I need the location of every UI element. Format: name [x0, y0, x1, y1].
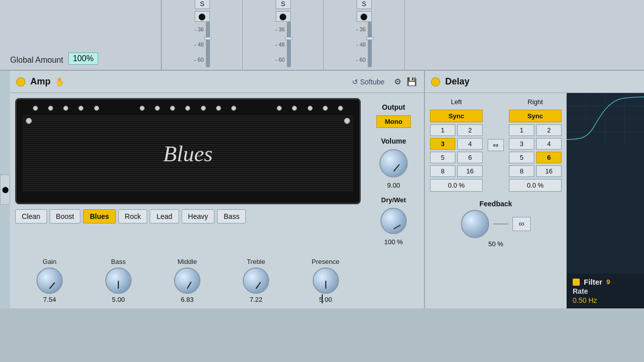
feedback-knob[interactable] — [461, 210, 489, 238]
right-beat-1[interactable]: 1 — [509, 124, 534, 136]
chan-btn-boost[interactable]: Boost — [50, 209, 81, 223]
amp-dot-7 — [155, 106, 160, 111]
left-beats-row-1: 1 2 — [430, 124, 483, 136]
amp-dot-5 — [94, 106, 99, 111]
channel-buttons: Clean Boost Blues Rock Lead Heavy Bass — [15, 209, 361, 223]
right-beat-4[interactable]: 4 — [536, 138, 562, 150]
delay-right-col: Right Sync 1 2 3 4 5 6 — [509, 98, 562, 192]
gain-knob-group: Gain 7.54 — [36, 258, 63, 303]
left-percent-display: 0.0 % — [430, 179, 483, 192]
right-percent-display: 0.0 % — [509, 179, 562, 192]
drywet-knob[interactable] — [380, 208, 407, 234]
feedback-label: Feedback — [480, 200, 512, 208]
channel-1-db-labels: - 36 - 48 - 60 — [194, 22, 204, 67]
right-beat-5[interactable]: 5 — [509, 152, 534, 163]
right-beat-8[interactable]: 8 — [509, 165, 534, 177]
amp-logo: Blues — [163, 141, 213, 167]
right-beats-row-1: 1 2 — [509, 124, 562, 136]
global-amount-value[interactable]: 100% — [68, 53, 98, 65]
hand-icon: ✋ — [55, 77, 65, 86]
channel-3-s-btn[interactable]: S — [357, 0, 372, 9]
chan-btn-blues[interactable]: Blues — [83, 209, 115, 223]
channel-1-fader-track[interactable] — [206, 22, 210, 67]
link-button[interactable]: ⇔ — [488, 139, 504, 151]
amp-dot-16 — [323, 106, 328, 111]
output-label: Output — [382, 103, 405, 111]
infinity-button[interactable]: ∞ — [512, 217, 531, 231]
right-beat-16[interactable]: 16 — [536, 165, 562, 177]
left-beat-1[interactable]: 1 — [430, 124, 455, 136]
channel-3-fader-area: - 36 - 48 - 60 — [354, 22, 374, 67]
gain-value: 7.54 — [43, 296, 56, 303]
left-beat-2[interactable]: 2 — [457, 124, 483, 136]
amp-dot-17 — [338, 106, 343, 111]
filter-info: Filter 9 Rate 0.50 Hz — [567, 274, 644, 308]
amp-plugin: Amp ✋ ↺ Softube ⚙ 💾 — [10, 71, 425, 308]
gain-knob[interactable] — [36, 267, 63, 294]
chan-btn-bass[interactable]: Bass — [217, 209, 246, 223]
delay-left-col: Left Sync 1 2 3 4 5 6 — [430, 98, 483, 192]
treble-knob[interactable] — [243, 267, 269, 294]
left-beat-5[interactable]: 5 — [430, 152, 455, 163]
rate-value-row: 0.50 Hz — [573, 296, 638, 304]
left-sync-btn[interactable]: Sync — [430, 110, 483, 122]
filter-led[interactable] — [573, 279, 580, 286]
treble-label: Treble — [247, 258, 265, 265]
right-beat-2[interactable]: 2 — [536, 124, 562, 136]
delay-plugin-title: Delay — [445, 76, 469, 87]
feedback-row: ∞ — [461, 210, 531, 238]
middle-value: 6.83 — [181, 296, 193, 303]
mono-button[interactable]: Mono — [376, 115, 411, 128]
treble-value: 7.22 — [249, 296, 262, 303]
channel-1-mute-btn[interactable]: ⬤ — [195, 11, 210, 22]
channel-2-mute-btn[interactable]: ⬤ — [276, 11, 291, 22]
amp-dot-4 — [78, 106, 83, 111]
channel-1-fader-area: - 36 - 48 - 60 — [192, 22, 212, 67]
right-sync-btn[interactable]: Sync — [509, 110, 562, 122]
channel-2-fader-track[interactable] — [287, 22, 291, 67]
amp-dot-9 — [185, 106, 190, 111]
amp-power-led[interactable] — [16, 77, 25, 86]
feedback-value: 50 % — [488, 240, 503, 248]
chan-btn-lead[interactable]: Lead — [150, 209, 179, 223]
rate-label: Rate — [573, 287, 588, 295]
bass-knob[interactable] — [105, 267, 132, 294]
middle-knob[interactable] — [174, 267, 200, 294]
chan-btn-heavy[interactable]: Heavy — [182, 209, 215, 223]
global-amount-label: Global Amount — [10, 56, 63, 65]
amp-right: Output Mono Volume 9.00 Dry/Wet 100 % — [368, 98, 419, 303]
channel-1-s-btn[interactable]: S — [195, 0, 210, 9]
delay-plugin-header: Delay — [425, 71, 644, 93]
amp-dot-8 — [170, 106, 175, 111]
chan-btn-clean[interactable]: Clean — [15, 209, 47, 223]
filter-curve-svg — [567, 93, 644, 145]
mixer-channel-1: 1 S ⬤ - 36 - 48 - 60 — [162, 0, 243, 70]
left-beat-16[interactable]: 16 — [457, 165, 483, 177]
delay-power-led[interactable] — [431, 77, 440, 86]
channel-2-fader-area: - 36 - 48 - 60 — [273, 22, 293, 67]
amp-save-btn[interactable]: 💾 — [406, 76, 418, 88]
channel-3-mute-btn[interactable]: ⬤ — [357, 11, 372, 22]
amp-settings-btn[interactable]: ⚙ — [392, 76, 404, 88]
left-edge-button[interactable]: ⬤ — [0, 174, 10, 205]
channel-3-db-labels: - 36 - 48 - 60 — [356, 22, 366, 67]
amp-dot-10 — [201, 106, 206, 111]
left-beat-3[interactable]: 3 — [430, 138, 455, 150]
volume-knob[interactable] — [379, 149, 408, 177]
left-beat-4[interactable]: 4 — [457, 138, 483, 150]
amp-plugin-title: Amp — [30, 76, 51, 87]
presence-label: Presence — [312, 258, 339, 265]
filter-label-row: Filter 9 — [573, 278, 638, 286]
right-beat-3[interactable]: 3 — [509, 138, 534, 150]
channel-2-s-btn[interactable]: S — [276, 0, 291, 9]
drywet-value: 100 % — [384, 238, 403, 246]
left-beat-6[interactable]: 6 — [457, 152, 483, 163]
left-beat-8[interactable]: 8 — [430, 165, 455, 177]
right-beats-row-2: 3 4 — [509, 138, 562, 150]
volume-label: Volume — [381, 137, 406, 145]
right-beat-6[interactable]: 6 — [536, 152, 562, 163]
channel-3-fader-track[interactable] — [368, 22, 372, 67]
amp-corner-tl — [26, 118, 32, 124]
presence-knob[interactable] — [313, 267, 339, 294]
chan-btn-rock[interactable]: Rock — [118, 209, 148, 223]
